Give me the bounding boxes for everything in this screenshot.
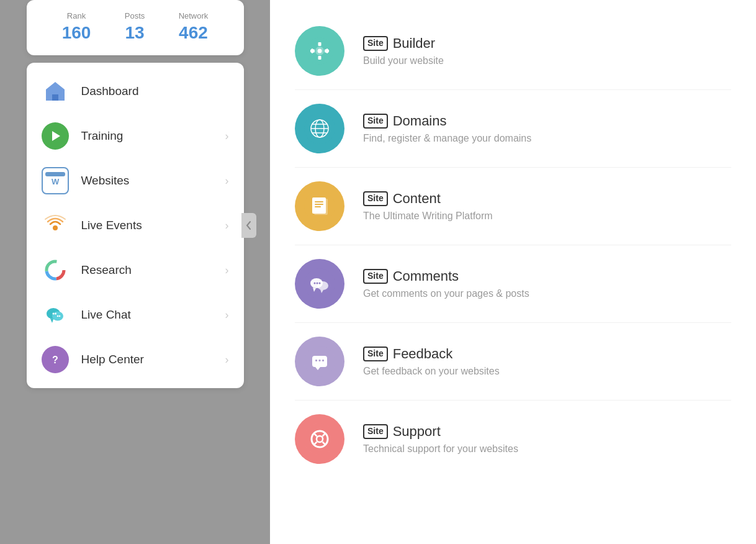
sidebar-item-research[interactable]: Research › bbox=[27, 248, 244, 292]
builder-description: Build your website bbox=[363, 55, 731, 66]
builder-icon bbox=[295, 26, 344, 76]
feedback-icon bbox=[295, 337, 344, 386]
svg-point-18 bbox=[55, 313, 56, 315]
svg-rect-44 bbox=[315, 206, 321, 207]
sidebar-item-websites-label: Websites bbox=[81, 174, 225, 188]
sidebar-item-dashboard[interactable]: Dashboard bbox=[27, 69, 244, 114]
sidebar-item-training-label: Training bbox=[81, 129, 225, 143]
support-site-badge: Site bbox=[363, 424, 388, 439]
network-label: Network bbox=[179, 11, 209, 20]
comments-icon bbox=[295, 259, 344, 309]
training-chevron-icon: › bbox=[225, 130, 229, 143]
comments-text: Site Comments Get comments on your pages… bbox=[363, 268, 731, 299]
svg-rect-56 bbox=[315, 360, 317, 361]
svg-marker-2 bbox=[52, 131, 60, 141]
sidebar-item-websites[interactable]: W Websites › bbox=[27, 158, 244, 203]
domains-title-text: Domains bbox=[393, 113, 447, 129]
sidebar-item-live-chat-label: Live Chat bbox=[81, 308, 225, 322]
sidebar-item-live-chat[interactable]: Live Chat › bbox=[27, 292, 244, 337]
content-description: The Ultimate Writing Platform bbox=[363, 211, 731, 222]
network-stat: Network 462 bbox=[179, 11, 209, 43]
svg-point-19 bbox=[56, 315, 58, 317]
content-title: Site Content bbox=[363, 191, 731, 207]
service-item-comments[interactable]: Site Comments Get comments on your pages… bbox=[295, 245, 731, 323]
svg-point-20 bbox=[58, 315, 60, 317]
sidebar-item-training[interactable]: Training › bbox=[27, 114, 244, 158]
posts-value: 13 bbox=[125, 23, 145, 43]
service-item-feedback[interactable]: Site Feedback Get feedback on your websi… bbox=[295, 323, 731, 401]
support-icon bbox=[295, 414, 344, 464]
svg-rect-25 bbox=[318, 42, 322, 46]
comments-site-badge: Site bbox=[363, 269, 388, 284]
svg-text:?: ? bbox=[52, 355, 58, 365]
posts-stat: Posts 13 bbox=[125, 11, 145, 43]
svg-point-17 bbox=[52, 313, 54, 315]
builder-site-badge: Site bbox=[363, 36, 388, 51]
domains-description: Find, register & manage your domains bbox=[363, 133, 731, 144]
svg-rect-58 bbox=[322, 360, 324, 361]
svg-rect-42 bbox=[315, 201, 323, 202]
content-title-text: Content bbox=[393, 191, 441, 207]
domains-icon bbox=[295, 104, 344, 153]
feedback-description: Get feedback on your websites bbox=[363, 366, 731, 377]
help-center-chevron-icon: › bbox=[225, 353, 229, 366]
svg-rect-43 bbox=[315, 204, 323, 205]
dashboard-icon bbox=[42, 78, 69, 105]
sidebar-item-live-events[interactable]: Live Events › bbox=[27, 203, 244, 248]
svg-rect-57 bbox=[319, 360, 321, 361]
service-item-builder[interactable]: Site Builder Build your website bbox=[295, 12, 731, 90]
feedback-title-text: Feedback bbox=[393, 346, 453, 362]
nav-card: Dashboard Training › W Websites › bbox=[27, 63, 244, 388]
comments-title-text: Comments bbox=[393, 268, 459, 284]
support-title-text: Support bbox=[393, 424, 441, 440]
live-chat-icon bbox=[42, 301, 69, 329]
feedback-text: Site Feedback Get feedback on your websi… bbox=[363, 346, 731, 377]
collapse-button[interactable] bbox=[241, 213, 256, 238]
sidebar-item-research-label: Research bbox=[81, 263, 225, 277]
support-title: Site Support bbox=[363, 424, 731, 440]
rank-label: Rank bbox=[62, 11, 91, 20]
help-center-icon: ? bbox=[42, 346, 69, 373]
builder-title-text: Builder bbox=[393, 35, 435, 52]
svg-rect-26 bbox=[318, 56, 322, 60]
rank-value: 160 bbox=[62, 23, 91, 43]
sidebar-item-help-center[interactable]: ? Help Center › bbox=[27, 337, 244, 382]
sidebar-item-live-events-label: Live Events bbox=[81, 219, 225, 232]
svg-point-50 bbox=[314, 283, 316, 284]
research-chevron-icon: › bbox=[225, 264, 229, 277]
domains-site-badge: Site bbox=[363, 114, 388, 129]
builder-title: Site Builder bbox=[363, 35, 731, 52]
svg-text:W: W bbox=[52, 177, 60, 186]
service-item-content[interactable]: Site Content The Ultimate Writing Platfo… bbox=[295, 168, 731, 245]
content-icon bbox=[295, 181, 344, 231]
sidebar-item-help-center-label: Help Center bbox=[81, 353, 225, 366]
training-icon bbox=[42, 122, 69, 150]
support-text: Site Support Technical support for your … bbox=[363, 424, 731, 455]
svg-point-24 bbox=[318, 49, 322, 53]
websites-icon: W bbox=[42, 167, 69, 194]
svg-point-59 bbox=[304, 424, 335, 455]
service-item-support[interactable]: Site Support Technical support for your … bbox=[295, 401, 731, 478]
svg-point-48 bbox=[317, 281, 328, 290]
svg-point-51 bbox=[317, 283, 318, 284]
domains-text: Site Domains Find, register & manage you… bbox=[363, 113, 731, 144]
svg-point-52 bbox=[319, 283, 321, 284]
svg-point-12 bbox=[52, 266, 59, 274]
builder-text: Site Builder Build your website bbox=[363, 35, 731, 66]
feedback-site-badge: Site bbox=[363, 347, 388, 361]
svg-rect-1 bbox=[52, 94, 58, 101]
research-icon bbox=[42, 256, 69, 284]
right-panel: Site Builder Build your website Site Dom… bbox=[270, 0, 756, 544]
posts-label: Posts bbox=[125, 11, 145, 20]
svg-rect-41 bbox=[312, 197, 326, 214]
live-events-icon bbox=[42, 212, 69, 239]
svg-point-7 bbox=[53, 225, 58, 230]
network-value: 462 bbox=[179, 23, 209, 43]
comments-title: Site Comments bbox=[363, 268, 731, 284]
domains-title: Site Domains bbox=[363, 113, 731, 129]
service-item-domains[interactable]: Site Domains Find, register & manage you… bbox=[295, 90, 731, 168]
svg-rect-4 bbox=[45, 172, 65, 176]
comments-description: Get comments on your pages & posts bbox=[363, 288, 731, 299]
live-chat-chevron-icon: › bbox=[225, 309, 229, 322]
left-panel: Rank 160 Posts 13 Network 462 Dashboard bbox=[0, 0, 270, 544]
